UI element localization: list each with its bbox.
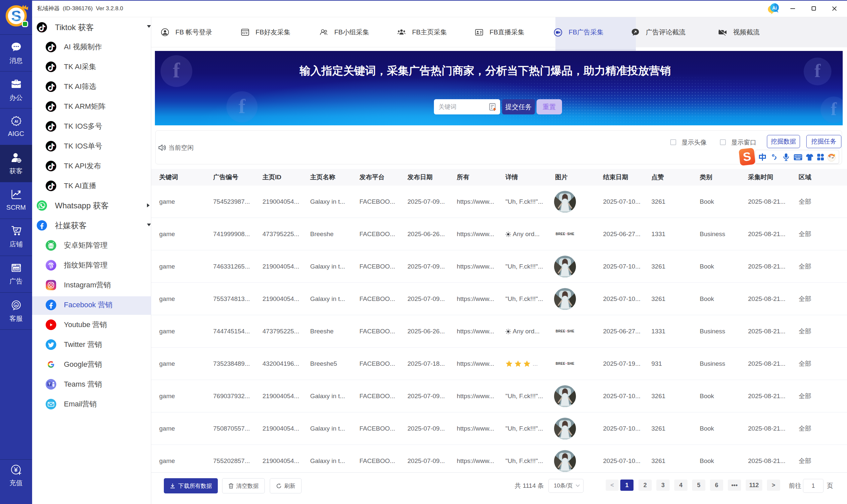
svg-text:AI: AI <box>15 304 18 307</box>
svg-text:AI: AI <box>14 120 18 123</box>
svg-text:ADS: ADS <box>13 268 19 271</box>
svg-text:Ai: Ai <box>772 5 777 11</box>
